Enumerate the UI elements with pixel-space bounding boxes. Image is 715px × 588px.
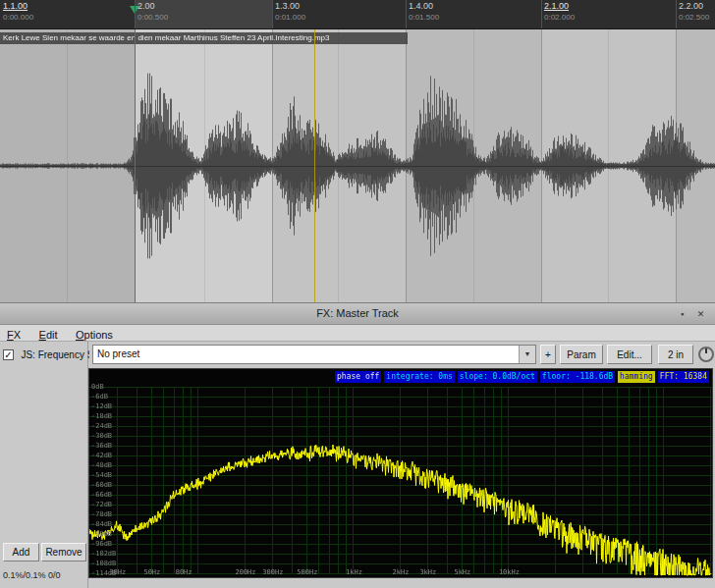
ruler-marker: 2.2.000:02.500: [679, 0, 709, 22]
marker-line: [314, 29, 315, 302]
freq-axis-label: 1kHz: [346, 568, 362, 576]
ruler-beat-label: 2.1.00: [544, 1, 575, 11]
db-axis-label: -60dB: [91, 481, 112, 489]
freq-axis-label: 80Hz: [176, 568, 192, 576]
db-axis-label: -66dB: [91, 491, 112, 499]
wet-dry-knob[interactable]: [698, 347, 714, 362]
menu-fx[interactable]: FX: [0, 327, 28, 341]
db-axis-label: -102dB: [91, 550, 116, 558]
db-axis-label: -18dB: [91, 412, 112, 420]
spectrum-status-chip: floor: -118.6dB: [540, 371, 615, 383]
spectrum-status-chip: slope: 0.0dB/oct: [458, 371, 537, 383]
arrange-view: 1.1.000:00.0002.000:00.5001.3.000:01.000…: [0, 0, 715, 302]
media-item-title[interactable]: Kerk Lewe Sien mekaar se waarde en dien …: [0, 32, 408, 44]
cpu-usage: 0.1%/0.1% 0/0: [3, 570, 61, 580]
ruler-beat-label: 1.4.00: [409, 1, 439, 11]
spectrum-status-chip: phase off: [335, 371, 381, 383]
ruler-marker: 1.3.000:01.000: [275, 0, 305, 22]
fx-window: FX: Master Track ▪ ✕ FX Edit Options ✓ J…: [0, 302, 715, 588]
preset-value: No preset: [97, 346, 139, 363]
menu-options[interactable]: Options: [69, 327, 120, 341]
ruler-beat-label: 2.00: [138, 1, 168, 11]
preset-toolbar: No preset ▼ + Param Edit... 2 in: [88, 342, 715, 368]
ruler-tick: [272, 0, 273, 28]
ruler-tick: [406, 0, 407, 28]
spectrum-analyzer[interactable]: phase offintegrate: 0msslope: 0.0dB/octf…: [88, 368, 713, 578]
db-axis-label: -12dB: [91, 402, 112, 410]
db-axis-label: -78dB: [91, 510, 112, 518]
db-axis-label: -24dB: [91, 422, 112, 430]
fx-menubar: FX Edit Options: [0, 325, 715, 342]
db-axis-label: -42dB: [91, 452, 112, 459]
waveform[interactable]: [0, 29, 715, 302]
add-fx-button[interactable]: Add: [3, 543, 39, 561]
ruler-time-label: 0:00.000: [3, 13, 33, 22]
dock-icon[interactable]: ▪: [675, 307, 689, 322]
close-icon[interactable]: ✕: [693, 307, 708, 322]
track-lane[interactable]: Kerk Lewe Sien mekaar se waarde en dien …: [0, 29, 715, 302]
save-preset-button[interactable]: +: [540, 345, 556, 364]
spectrum-status-chip: hamming: [618, 371, 655, 383]
db-axis-label: -36dB: [91, 442, 112, 450]
ruler-beat-label: 1.1.00: [3, 1, 33, 11]
fx-plugin-list: ✓ JS: Frequency S Add Remove 0.1%/0.1% 0…: [0, 342, 88, 588]
plugin-row[interactable]: ✓ JS: Frequency S: [3, 346, 86, 359]
freq-axis-label: 500Hz: [297, 568, 317, 576]
db-axis-label: 0dB: [91, 383, 104, 391]
ruler-tick: [541, 0, 542, 28]
db-axis-label: -90dB: [91, 530, 112, 538]
db-axis-label: -48dB: [91, 461, 112, 469]
db-axis-label: -108dB: [91, 560, 116, 567]
freq-axis-label: 50Hz: [143, 568, 160, 576]
ruler-time-label: 0:02.000: [544, 13, 575, 22]
plugin-name: JS: Frequency S: [21, 349, 89, 360]
freq-axis-label: 200Hz: [235, 568, 255, 576]
ruler-time-label: 0:02.500: [679, 13, 709, 22]
timeline-ruler[interactable]: 1.1.000:00.0002.000:00.5001.3.000:01.000…: [0, 0, 715, 29]
freq-axis-label: 5kHz: [454, 568, 470, 576]
ruler-marker: 2.000:00.500: [138, 0, 168, 22]
fx-window-titlebar[interactable]: FX: Master Track ▪ ✕: [0, 303, 715, 325]
ruler-tick: [135, 0, 136, 28]
ruler-time-label: 0:00.500: [138, 13, 168, 22]
db-axis-label: -96dB: [91, 540, 112, 548]
plugin-enabled-checkbox[interactable]: ✓: [3, 349, 14, 360]
ruler-time-label: 0:01.500: [409, 13, 439, 22]
ruler-marker: 2.1.000:02.000: [544, 0, 575, 22]
freq-axis-label: 2kHz: [393, 568, 410, 576]
spectrum-status-row: phase offintegrate: 0msslope: 0.0dB/octf…: [335, 371, 709, 383]
db-axis-label: -84dB: [91, 520, 112, 528]
db-axis-label: -72dB: [91, 501, 112, 508]
db-axis-label: -30dB: [91, 432, 112, 440]
freq-axis-label: 300Hz: [262, 568, 283, 576]
spectrum-status-chip: FFT: 16384: [658, 371, 709, 383]
remove-fx-button[interactable]: Remove: [41, 543, 86, 561]
ruler-beat-label: 1.3.00: [275, 1, 305, 11]
spectrum-status-chip: integrate: 0ms: [384, 371, 454, 383]
ruler-beat-label: 2.2.00: [679, 1, 709, 11]
io-routing-button[interactable]: 2 in: [658, 345, 693, 364]
edit-cursor-line: [135, 29, 136, 302]
ruler-marker: 1.4.000:01.500: [409, 0, 439, 22]
ruler-tick: [676, 0, 677, 28]
spectrum-plot: [89, 369, 712, 577]
freq-axis-label: 3kHz: [419, 568, 436, 576]
fx-window-title: FX: Master Track: [0, 303, 715, 324]
freq-axis-label: 10kHz: [499, 568, 520, 576]
menu-edit[interactable]: Edit: [32, 327, 65, 341]
chevron-down-icon[interactable]: ▼: [519, 346, 535, 363]
db-axis-label: -6dB: [91, 393, 108, 401]
preset-dropdown[interactable]: No preset ▼: [92, 345, 536, 364]
edit-button[interactable]: Edit...: [607, 345, 652, 364]
freq-axis-label: 30Hz: [109, 568, 126, 576]
ruler-time-label: 0:01.000: [275, 13, 305, 22]
ruler-marker: 1.1.000:00.000: [3, 0, 33, 22]
db-axis-label: -54dB: [91, 471, 112, 479]
param-button[interactable]: Param: [560, 345, 603, 364]
